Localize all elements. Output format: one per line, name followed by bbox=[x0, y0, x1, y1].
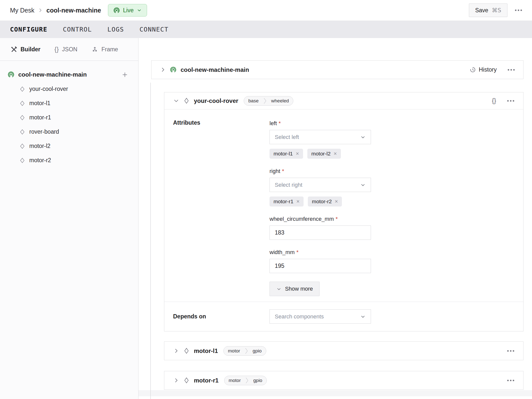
tab-control[interactable]: CONTROL bbox=[63, 26, 92, 33]
component-type-tags: motor gpio bbox=[223, 346, 266, 356]
component-diamond-icon bbox=[19, 114, 26, 121]
field-label-text: left bbox=[270, 120, 277, 126]
tree-item-motor-r2[interactable]: motor-r2 bbox=[0, 153, 138, 167]
content-area: Builder {} JSON Frame bbox=[0, 38, 532, 399]
live-status-dropdown[interactable]: Live bbox=[108, 4, 147, 17]
left-motor-select[interactable]: Select left bbox=[270, 130, 371, 144]
component-diamond-icon bbox=[19, 143, 26, 149]
field-label-text: right bbox=[270, 168, 280, 174]
tree-item-label: your-cool-rover bbox=[29, 86, 68, 92]
component-card-your-cool-rover: your-cool-rover base wheeled {} bbox=[164, 92, 523, 331]
component-diamond-icon bbox=[19, 129, 26, 135]
chip-motor-r1: motor-r1 × bbox=[270, 196, 304, 207]
history-label: History bbox=[479, 66, 497, 73]
component-type-tags: motor gpio bbox=[224, 376, 267, 385]
tree-item-your-cool-rover[interactable]: your-cool-rover bbox=[0, 82, 138, 96]
tab-logs[interactable]: LOGS bbox=[107, 26, 124, 33]
mode-builder-label: Builder bbox=[21, 46, 40, 53]
collapse-component-button[interactable] bbox=[173, 98, 179, 104]
required-asterisk: * bbox=[336, 216, 338, 222]
topbar-actions: Save ⌘S bbox=[469, 4, 522, 17]
right-motor-select[interactable]: Select right bbox=[270, 178, 371, 192]
show-more-button[interactable]: Show more bbox=[270, 282, 320, 296]
tree-item-motor-r1[interactable]: motor-r1 bbox=[0, 110, 138, 125]
field-label-text: width_mm bbox=[270, 249, 295, 255]
mode-builder[interactable]: Builder bbox=[11, 46, 40, 53]
part-card-menu-button[interactable] bbox=[508, 69, 515, 71]
component-diamond-icon bbox=[19, 86, 26, 92]
breadcrumb: My Desk cool-new-machine bbox=[10, 7, 101, 14]
component-menu-button[interactable] bbox=[507, 380, 514, 381]
tag-wheeled: wheeled bbox=[267, 96, 293, 105]
field-label-text: wheel_circumference_mm bbox=[270, 216, 334, 222]
select-placeholder: Search components bbox=[275, 313, 324, 320]
tag-divider-icon bbox=[263, 96, 267, 105]
expand-component-button[interactable] bbox=[173, 348, 179, 354]
chip-motor-l1: motor-l1 × bbox=[270, 149, 303, 159]
tab-configure[interactable]: CONFIGURE bbox=[10, 26, 47, 33]
tag-divider-icon bbox=[245, 376, 249, 385]
component-title: motor-l1 bbox=[194, 347, 218, 354]
tree-item-rover-board[interactable]: rover-board bbox=[0, 125, 138, 139]
chevron-down-icon bbox=[276, 286, 282, 292]
component-diamond-icon bbox=[19, 157, 26, 164]
field-right: right* Select right motor-r1 bbox=[270, 167, 371, 207]
tools-icon bbox=[11, 46, 17, 53]
width-input[interactable] bbox=[270, 259, 371, 273]
component-menu-button[interactable] bbox=[507, 350, 514, 352]
mode-frame[interactable]: Frame bbox=[91, 46, 118, 53]
history-clock-icon bbox=[469, 66, 476, 73]
expand-part-button[interactable] bbox=[160, 67, 166, 73]
broadcast-icon bbox=[113, 7, 120, 14]
topbar: My Desk cool-new-machine Live Save bbox=[0, 0, 532, 21]
mode-json[interactable]: {} JSON bbox=[54, 46, 77, 53]
chevron-right-icon bbox=[38, 8, 43, 13]
edit-json-button[interactable]: {} bbox=[492, 97, 496, 105]
field-width: width_mm* bbox=[270, 248, 371, 273]
mode-frame-label: Frame bbox=[101, 46, 118, 53]
config-sidebar: Builder {} JSON Frame bbox=[0, 38, 139, 399]
save-button[interactable]: Save ⌘S bbox=[469, 4, 507, 17]
tree-item-motor-l2[interactable]: motor-l2 bbox=[0, 139, 138, 153]
wheel-circumference-input[interactable] bbox=[270, 226, 371, 240]
chevron-down-icon bbox=[360, 314, 366, 319]
select-placeholder: Select left bbox=[275, 134, 299, 140]
save-label: Save bbox=[475, 7, 488, 14]
chip-motor-l2: motor-l2 × bbox=[307, 149, 341, 159]
tree-item-label: motor-l1 bbox=[29, 100, 50, 107]
tree-item-label: motor-r1 bbox=[29, 114, 51, 121]
expand-component-button[interactable] bbox=[173, 377, 179, 383]
tree-root-label: cool-new-machine-main bbox=[18, 71, 87, 78]
chip-motor-r2: motor-r2 × bbox=[308, 196, 342, 207]
remove-chip-icon[interactable]: × bbox=[335, 199, 338, 204]
tree-item-motor-l1[interactable]: motor-l1 bbox=[0, 96, 138, 110]
braces-icon: {} bbox=[54, 46, 59, 53]
component-type-tags: base wheeled bbox=[244, 96, 293, 106]
chip-label: motor-l1 bbox=[274, 151, 293, 157]
component-diamond-icon bbox=[183, 377, 190, 384]
ellipsis-icon bbox=[507, 380, 514, 381]
attributes-section-label: Attributes bbox=[173, 119, 200, 126]
remove-chip-icon[interactable]: × bbox=[334, 151, 337, 156]
component-title: your-cool-rover bbox=[194, 97, 238, 104]
remove-chip-icon[interactable]: × bbox=[296, 199, 300, 204]
ellipsis-icon bbox=[508, 69, 515, 71]
broadcast-icon bbox=[170, 66, 177, 73]
ellipsis-icon bbox=[515, 10, 522, 11]
component-menu-button[interactable] bbox=[507, 100, 514, 102]
component-card-motor-r1: motor-r1 motor gpio bbox=[164, 371, 523, 390]
tree-root-machine-part[interactable]: cool-new-machine-main bbox=[0, 67, 138, 82]
chip-label: motor-l2 bbox=[311, 151, 331, 157]
tab-connect[interactable]: CONNECT bbox=[140, 26, 169, 33]
machine-tabbar: CONFIGURE CONTROL LOGS CONNECT bbox=[0, 21, 532, 38]
config-main-panel: cool-new-machine-main History bbox=[139, 38, 532, 399]
chevron-down-icon bbox=[360, 134, 366, 140]
add-component-button[interactable] bbox=[121, 71, 128, 78]
field-wheel-circumference: wheel_circumference_mm* bbox=[270, 215, 371, 240]
ellipsis-icon bbox=[507, 350, 514, 352]
breadcrumb-parent-link[interactable]: My Desk bbox=[10, 7, 34, 14]
depends-on-select[interactable]: Search components bbox=[270, 309, 371, 324]
history-button[interactable]: History bbox=[469, 66, 497, 73]
remove-chip-icon[interactable]: × bbox=[296, 151, 299, 156]
topbar-overflow-menu-button[interactable] bbox=[515, 10, 522, 11]
